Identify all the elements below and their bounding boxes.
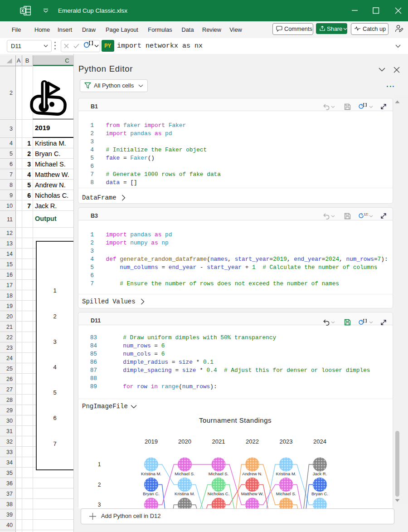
- svg-text:Bryan C.: Bryan C.: [143, 491, 160, 496]
- svg-text:Michael S.: Michael S.: [209, 471, 228, 476]
- svg-text:6: 6: [53, 415, 56, 421]
- svg-text:2023: 2023: [280, 438, 293, 445]
- svg-text:1: 1: [53, 287, 56, 294]
- svg-text:2021: 2021: [212, 438, 225, 445]
- svg-text:5: 5: [53, 389, 56, 396]
- svg-text:Bryan C.: Bryan C.: [311, 491, 328, 496]
- svg-text:Kristina M.: Kristina M.: [141, 471, 161, 476]
- svg-text:Matthew W.: Matthew W.: [241, 491, 264, 496]
- svg-text:1: 1: [98, 461, 101, 468]
- svg-text:2020: 2020: [178, 438, 191, 445]
- svg-text:Kristina M.: Kristina M.: [276, 471, 296, 476]
- svg-text:3: 3: [53, 338, 56, 345]
- svg-text:Michael S.: Michael S.: [175, 471, 194, 476]
- svg-text:Kristina M.: Kristina M.: [175, 491, 195, 496]
- svg-text:2019: 2019: [145, 438, 158, 445]
- svg-text:2022: 2022: [246, 438, 259, 445]
- svg-text:123: 123: [364, 213, 368, 216]
- svg-text:7: 7: [53, 440, 56, 447]
- svg-text:3: 3: [98, 502, 101, 508]
- svg-text:Michael S.: Michael S.: [276, 491, 296, 496]
- svg-text:2: 2: [98, 482, 101, 488]
- svg-text:4: 4: [53, 364, 56, 371]
- svg-text:Andrew N.: Andrew N.: [242, 471, 262, 476]
- svg-text:2024: 2024: [313, 438, 326, 445]
- svg-text:Tournament Standings: Tournament Standings: [199, 416, 272, 424]
- svg-text:Nicholas C.: Nicholas C.: [208, 491, 230, 496]
- svg-text:2: 2: [53, 313, 56, 320]
- svg-text:Jack R.: Jack R.: [313, 471, 327, 476]
